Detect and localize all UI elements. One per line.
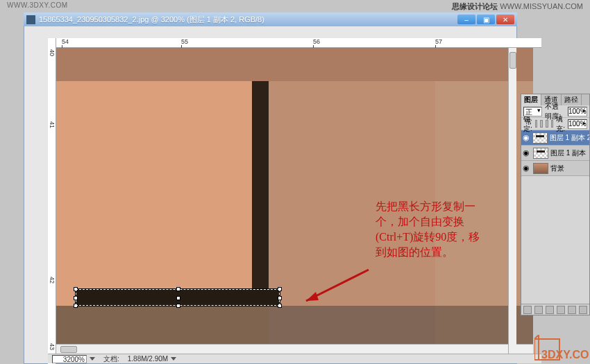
transform-handle[interactable] [278, 287, 282, 291]
scrollbar-horizontal[interactable] [56, 344, 533, 354]
opacity-input[interactable]: 100% [568, 107, 587, 116]
pixel-block [56, 81, 252, 306]
layer-item[interactable]: ◉ 背景 [521, 161, 589, 176]
watermark-right-cn: 思缘设计论坛 [452, 2, 498, 10]
brand-watermark: 3DXY.COM [534, 335, 589, 363]
doc-value: 1.88M/2.90M [128, 355, 168, 363]
link-layers-icon[interactable] [523, 306, 532, 314]
layer-thumbnail[interactable] [532, 132, 547, 144]
layer-name[interactable]: 背景 [550, 164, 564, 173]
blend-mode-select[interactable]: 正常 [523, 107, 542, 116]
transform-handle-center[interactable] [176, 296, 180, 300]
statusbar: 3200% 文档: 1.88M/2.90M [48, 354, 541, 363]
scrollbar-thumb[interactable] [60, 346, 77, 353]
fill-input[interactable]: 100% [568, 119, 587, 129]
lock-transparent-icon[interactable] [535, 120, 538, 128]
fill-label: 填充: [556, 114, 565, 134]
transform-handle[interactable] [176, 287, 180, 291]
annotation-text: 先把黑长方形复制一个，加个自由变换(Ctrl+T)旋转90度，移到如图的位置。 [376, 199, 487, 260]
ruler-h-tick: 55 [181, 38, 188, 45]
layer-mask-icon[interactable] [546, 306, 554, 314]
ruler-v-tick: 41 [49, 121, 56, 128]
ruler-v-tick: 43 [49, 343, 56, 350]
layer-thumbnail[interactable] [533, 148, 548, 159]
layer-list: ◉ 图层 1 副本 2 ◉ 图层 1 副本 ◉ 背景 [521, 130, 589, 176]
layer-style-icon[interactable] [534, 306, 543, 314]
ruler-horizontal[interactable]: 54 55 56 57 [56, 38, 541, 48]
layer-item[interactable]: ◉ 图层 1 副本 [521, 146, 589, 161]
tab-layers[interactable]: 图层 [521, 94, 541, 105]
layers-panel-footer [521, 304, 589, 315]
layers-panel[interactable]: 图层 通道 路径 正常 不透明度: 100% 锁定: 填充: 100% ◉ 图层… [521, 94, 590, 315]
watermark-right: 思缘设计论坛 WWW.MISSYUAN.COM [452, 1, 583, 12]
minimize-button[interactable]: – [457, 15, 475, 24]
layer-name[interactable]: 图层 1 副本 [550, 148, 586, 158]
document-titlebar[interactable]: 15865334_230950305832_2.jpg @ 3200% (图层 … [24, 12, 517, 26]
new-layer-icon[interactable] [568, 306, 576, 314]
transform-handle[interactable] [74, 304, 78, 308]
visibility-icon[interactable]: ◉ [521, 133, 530, 142]
pixel-block [56, 48, 533, 81]
svg-marker-1 [306, 292, 319, 301]
pixel-block [435, 48, 533, 306]
document-icon [26, 15, 35, 24]
layer-name[interactable]: 图层 1 副本 2 [550, 133, 589, 143]
document-title: 15865334_230950305832_2.jpg @ 3200% (图层 … [39, 15, 457, 25]
ruler-v-tick: 40 [49, 49, 56, 56]
annotation-arrow-icon [292, 263, 376, 318]
watermark-left: WWW.3DXY.COM [7, 1, 67, 9]
ruler-h-tick: 54 [62, 38, 69, 45]
document-frame: 54 55 56 57 40 41 42 43 先把黑长方形复制一个 [24, 12, 517, 364]
svg-text:3DXY.COM: 3DXY.COM [541, 349, 589, 361]
ruler-h-tick: 56 [313, 38, 320, 45]
scrollbar-vertical[interactable] [508, 48, 516, 357]
lock-image-icon[interactable] [540, 120, 543, 128]
visibility-icon[interactable]: ◉ [521, 164, 531, 173]
pixel-block [252, 81, 269, 306]
transform-handle[interactable] [74, 287, 78, 291]
layer-thumbnail[interactable] [533, 163, 548, 174]
visibility-icon[interactable]: ◉ [521, 148, 531, 157]
maximize-button[interactable]: ▣ [477, 15, 495, 24]
doc-info-dropdown-icon[interactable] [171, 357, 176, 361]
transform-handle[interactable] [278, 304, 282, 308]
scrollbar-thumb[interactable] [509, 52, 516, 69]
ruler-vertical[interactable]: 40 41 42 43 [48, 38, 56, 364]
free-transform-bounding-box[interactable] [75, 288, 280, 306]
zoom-input[interactable]: 3200% [52, 355, 87, 363]
transform-handle[interactable] [278, 296, 282, 300]
close-button[interactable]: ✕ [496, 15, 514, 24]
transform-handle[interactable] [176, 304, 180, 308]
doc-label: 文档: [103, 354, 119, 364]
new-group-icon[interactable] [557, 306, 565, 314]
transform-handle[interactable] [74, 296, 78, 300]
lock-position-icon[interactable] [546, 120, 548, 128]
lock-all-icon[interactable] [551, 120, 554, 128]
canvas[interactable]: 先把黑长方形复制一个，加个自由变换(Ctrl+T)旋转90度，移到如图的位置。 [56, 48, 533, 357]
zoom-dropdown-icon[interactable] [90, 357, 95, 361]
ruler-h-tick: 57 [435, 38, 442, 45]
delete-layer-icon[interactable] [579, 306, 587, 314]
ruler-v-tick: 42 [49, 277, 56, 284]
watermark-right-url: WWW.MISSYUAN.COM [500, 2, 583, 10]
